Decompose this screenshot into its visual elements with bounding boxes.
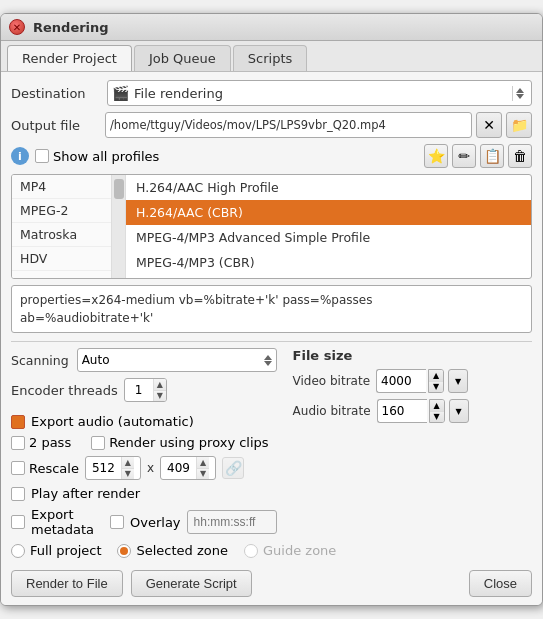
format-item-mp4[interactable]: MP4	[12, 175, 111, 199]
export-audio-row: Export audio (automatic)	[11, 414, 277, 429]
encoder-threads-down[interactable]: ▼	[154, 391, 166, 402]
scan-arrow-up	[264, 355, 272, 360]
video-bitrate-group: 4000 ▲ ▼ ▼	[376, 369, 468, 393]
encoder-threads-spinner[interactable]: 1 ▲ ▼	[124, 378, 167, 402]
video-bitrate-label: Video bitrate	[293, 374, 370, 388]
rescale-height-up[interactable]: ▲	[197, 457, 209, 469]
output-file-path[interactable]: /home/ttguy/Videos/mov/LPS/LPS9vbr_Q20.m…	[105, 112, 472, 138]
audio-bitrate-row: Audio bitrate 160 ▲ ▼ ▼	[293, 399, 532, 423]
play-after-label: Play after render	[31, 486, 140, 501]
rescale-width-spinner[interactable]: 512 ▲ ▼	[85, 456, 141, 480]
profile-item-0[interactable]: H.264/AAC High Profile	[126, 175, 531, 200]
right-column: File size Video bitrate 4000 ▲ ▼ ▼	[283, 348, 532, 537]
export-metadata-label: Export metadata	[31, 507, 94, 537]
show-all-profiles-text: Show all profiles	[53, 149, 159, 164]
video-bitrate-row: Video bitrate 4000 ▲ ▼ ▼	[293, 369, 532, 393]
star-profile-button[interactable]: ⭐	[424, 144, 448, 168]
audio-bitrate-down[interactable]: ▼	[430, 412, 444, 423]
rescale-width: 512	[86, 461, 121, 475]
video-bitrate-dropdown[interactable]: ▼	[448, 369, 468, 393]
edit-profile-button[interactable]: ✏️	[452, 144, 476, 168]
audio-bitrate-value[interactable]: 160	[377, 399, 427, 423]
video-bitrate-down[interactable]: ▼	[429, 382, 443, 393]
format-item-hdv[interactable]: HDV	[12, 247, 111, 271]
guide-zone-radio[interactable]	[244, 544, 258, 558]
list-scrollbar[interactable]	[112, 175, 126, 278]
overlay-label: Overlay	[130, 515, 181, 530]
rescale-height-spinner[interactable]: 409 ▲ ▼	[160, 456, 216, 480]
export-metadata-checkbox[interactable]	[11, 515, 25, 529]
generate-script-button[interactable]: Generate Script	[131, 570, 252, 597]
encoder-threads-arrows: ▲ ▼	[153, 379, 166, 401]
rescale-width-down[interactable]: ▼	[122, 469, 134, 480]
profile-item-2[interactable]: MPEG-4/MP3 Advanced Simple Profile	[126, 225, 531, 250]
clear-path-button[interactable]: ✕	[476, 112, 502, 138]
delete-profile-button[interactable]: 🗑	[508, 144, 532, 168]
browse-button[interactable]: 📁	[506, 112, 532, 138]
audio-bitrate-dropdown[interactable]: ▼	[449, 399, 469, 423]
proxy-clips-text: Render using proxy clips	[109, 435, 268, 450]
arrow-down-icon	[516, 94, 524, 99]
destination-select[interactable]: 🎬 File rendering	[107, 80, 532, 106]
two-pass-checkbox[interactable]	[11, 436, 25, 450]
copy-profile-button[interactable]: 📋	[480, 144, 504, 168]
divider	[11, 341, 532, 342]
rescale-checkbox[interactable]	[11, 461, 25, 475]
full-project-radio[interactable]	[11, 544, 25, 558]
two-pass-label[interactable]: 2 pass	[11, 435, 71, 450]
left-buttons: Render to File Generate Script	[11, 570, 252, 597]
format-item-matroska[interactable]: Matroska	[12, 223, 111, 247]
video-bitrate-value[interactable]: 4000	[376, 369, 426, 393]
overlay-input[interactable]	[187, 510, 277, 534]
file-size-label: File size	[293, 348, 532, 363]
selected-zone-radio[interactable]	[117, 544, 131, 558]
tab-scripts[interactable]: Scripts	[233, 45, 307, 71]
encoder-threads-up[interactable]: ▲	[154, 379, 166, 391]
rescale-height-down[interactable]: ▼	[197, 469, 209, 480]
rescale-label[interactable]: Rescale	[11, 461, 79, 476]
overlay-checkbox[interactable]	[110, 515, 124, 529]
titlebar: ✕ Rendering	[1, 14, 542, 41]
close-button[interactable]: Close	[469, 570, 532, 597]
rescale-width-up[interactable]: ▲	[122, 457, 134, 469]
x-label: x	[147, 461, 154, 475]
destination-icon: 🎬	[112, 85, 129, 101]
window-title: Rendering	[33, 20, 109, 35]
rescale-link-button[interactable]: 🔗	[222, 457, 244, 479]
format-item-mpeg2[interactable]: MPEG-2	[12, 199, 111, 223]
play-after-row: Play after render	[11, 486, 277, 501]
bottom-section: Scanning Auto Encoder threads 1	[11, 348, 532, 537]
show-all-profiles-label[interactable]: Show all profiles	[35, 149, 159, 164]
profile-item-1[interactable]: H.264/AAC (CBR)	[126, 200, 531, 225]
audio-bitrate-label: Audio bitrate	[293, 404, 371, 418]
export-metadata-row: Export metadata	[11, 507, 94, 537]
main-content: Destination 🎬 File rendering Output file…	[1, 72, 542, 605]
video-bitrate-up[interactable]: ▲	[429, 370, 443, 382]
full-project-label: Full project	[30, 543, 101, 558]
output-file-label: Output file	[11, 118, 101, 133]
proxy-clips-label[interactable]: Render using proxy clips	[91, 435, 268, 450]
format-list: MP4 MPEG-2 Matroska HDV	[12, 175, 112, 278]
scanning-select[interactable]: Auto	[77, 348, 277, 372]
two-pass-text: 2 pass	[29, 435, 71, 450]
zone-row: Full project Selected zone Guide zone	[11, 543, 532, 558]
proxy-clips-checkbox[interactable]	[91, 436, 105, 450]
audio-bitrate-up[interactable]: ▲	[430, 400, 444, 412]
tab-render-project[interactable]: Render Project	[7, 45, 132, 71]
profile-item-3[interactable]: MPEG-4/MP3 (CBR)	[126, 250, 531, 275]
rescale-width-arrows: ▲ ▼	[121, 457, 134, 479]
overlay-row: Overlay	[110, 510, 277, 534]
destination-arrow[interactable]	[512, 86, 527, 101]
info-icon[interactable]: i	[11, 147, 29, 165]
meta-overlay-row: Export metadata Overlay	[11, 507, 277, 537]
export-audio-checkbox[interactable]	[11, 415, 25, 429]
show-all-profiles-checkbox[interactable]	[35, 149, 49, 163]
profile-list: H.264/AAC High Profile H.264/AAC (CBR) M…	[126, 175, 531, 278]
tab-job-queue[interactable]: Job Queue	[134, 45, 231, 71]
profiles-options-row: i Show all profiles ⭐ ✏️ 📋 🗑	[11, 144, 532, 168]
play-after-checkbox[interactable]	[11, 487, 25, 501]
close-window-button[interactable]: ✕	[9, 19, 25, 35]
encoder-threads-value: 1	[125, 383, 153, 397]
rescale-row: Rescale 512 ▲ ▼ x 409 ▲ ▼	[11, 456, 277, 480]
render-to-file-button[interactable]: Render to File	[11, 570, 123, 597]
